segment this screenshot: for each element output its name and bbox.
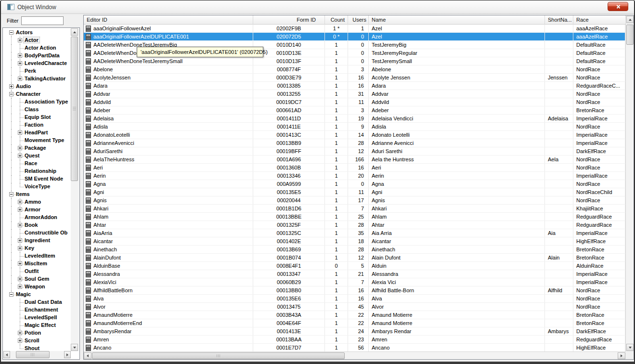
table-row[interactable]: AiaArria0001325C135Aia ArriaAiaImperialR… [84, 229, 625, 237]
filter-input[interactable] [21, 16, 64, 25]
table-row[interactable]: Abelone0008774F13AbeloneNordRace [84, 65, 625, 74]
tree-item-shout[interactable]: Shout [3, 345, 71, 351]
table-row[interactable]: Ahlam00013BBE125AhlamRedguardRace [84, 213, 625, 221]
table-row[interactable]: AlduinBase0008E4F105AlduinAlduinRace [84, 262, 625, 270]
collapse-icon[interactable] [9, 30, 13, 35]
scroll-thumb[interactable] [16, 351, 50, 358]
scroll-thumb[interactable] [71, 37, 78, 181]
table-row[interactable]: AmbarysRendar0001413E124Ambarys RendarAm… [84, 327, 625, 336]
column-header-count[interactable]: Count [325, 15, 348, 25]
scroll-down-button[interactable] [626, 344, 634, 351]
table-row[interactable]: Adara00013385116AdaraRedguardRaceC... [84, 82, 625, 90]
tree-item-bodypartdata[interactable]: BodyPartData [3, 52, 71, 60]
table-row[interactable]: Adelaisa0001411D119Adelaisa VendicciAdel… [84, 115, 625, 123]
expand-icon[interactable] [18, 285, 22, 289]
table-row[interactable]: AduriSarethi00019BFF112Aduri SarethiDark… [84, 147, 625, 156]
tree-item-quest[interactable]: Quest [3, 152, 71, 160]
tree-item-ammo[interactable]: Ammo [3, 198, 71, 206]
table-row[interactable]: AmaundMotierre0003B43A122Amaund Motierre… [84, 311, 625, 319]
tree-horizontal-scrollbar[interactable] [3, 351, 71, 359]
tree-item-actors[interactable]: Actors [3, 29, 71, 37]
tree-item-book[interactable]: Book [3, 221, 71, 229]
tree-item-potion[interactable]: Potion [3, 329, 71, 337]
tree-item-magic-effect[interactable]: Magic Effect [3, 322, 71, 329]
collapse-icon[interactable] [9, 92, 13, 96]
column-header-name[interactable]: Name [369, 15, 545, 25]
table-row[interactable]: Adisla0001411E19AdislaNordRace [84, 123, 625, 131]
expand-icon[interactable] [18, 246, 22, 250]
column-header-race[interactable]: Race [573, 15, 625, 25]
scroll-down-button[interactable] [71, 344, 78, 351]
tree-item-leveledspell[interactable]: LeveledSpell [3, 314, 71, 322]
table-row[interactable]: Agna000A959910AgnaNordRace [84, 180, 625, 188]
expand-icon[interactable] [9, 84, 13, 89]
expand-icon[interactable] [18, 38, 22, 42]
tree-item-association-type[interactable]: Association Type [3, 98, 71, 106]
scroll-up-button[interactable] [626, 16, 634, 23]
expand-icon[interactable] [18, 261, 22, 266]
table-row[interactable]: Aerin00013346120AerinImperialRace [84, 172, 625, 180]
collapse-icon[interactable] [9, 192, 13, 196]
table-row[interactable]: AlainDufont0001B074112Alain DufontAlainB… [84, 254, 625, 262]
table-row[interactable]: Agnis00020044117AgnisNordRace [84, 196, 625, 205]
table-row[interactable]: Adeber000661AD13AdeberBretonRace [84, 106, 625, 115]
tree-item-package[interactable]: Package [3, 144, 71, 152]
tree-item-miscitem[interactable]: MiscItem [3, 260, 71, 268]
table-horizontal-scrollbar[interactable] [84, 351, 634, 359]
expand-icon[interactable] [18, 331, 22, 335]
tree-item-ingredient[interactable]: Ingredient [3, 237, 71, 245]
scroll-up-button[interactable] [71, 28, 78, 36]
tree-item-constructible-ob[interactable]: Constructible Ob [3, 229, 71, 237]
tree-item-sm-event-node[interactable]: SM Event Node [3, 175, 71, 183]
table-row[interactable]: aaaOriginalFollowerAzel02002F9B1 *1Azela… [84, 25, 625, 33]
table-row[interactable]: Addvild00019DC7111AddvildNordRace [84, 98, 625, 106]
expand-icon[interactable] [18, 238, 22, 243]
tree-item-audio[interactable]: Audio [3, 83, 71, 91]
tree-item-soul-gem[interactable]: Soul Gem [3, 275, 71, 283]
table-row[interactable]: aaaOriginalFollowerAzelDUPLICATE00102007… [84, 33, 625, 41]
tree-item-race[interactable]: Race [3, 160, 71, 168]
tree-item-scroll[interactable]: Scroll [3, 337, 71, 345]
expand-icon[interactable] [18, 53, 22, 58]
tree-item-leveledcharacte[interactable]: LeveledCharacte [3, 60, 71, 67]
tree-item-magic[interactable]: Magic [3, 291, 71, 299]
tree-item-enchantment[interactable]: Enchantment [3, 306, 71, 314]
expand-icon[interactable] [18, 154, 22, 158]
scroll-left-button[interactable] [84, 352, 91, 359]
tree-item-dual-cast-data[interactable]: Dual Cast Data [3, 299, 71, 306]
titlebar[interactable]: Object Window [1, 0, 634, 14]
column-header-short-name[interactable]: ShortNa... [545, 15, 573, 25]
tree-vertical-scrollbar[interactable] [71, 28, 79, 351]
table-row[interactable]: AlfhildBattleBorn00013BB0116Alfhild Batt… [84, 286, 625, 295]
tree-item-key[interactable]: Key [3, 245, 71, 252]
tree-item-equip-slot[interactable]: Equip Slot [3, 114, 71, 121]
tree-item-headpart[interactable]: HeadPart [3, 129, 71, 137]
expand-icon[interactable] [18, 223, 22, 227]
tree-item-outfit[interactable]: Outfit [3, 268, 71, 275]
tree-item-talkingactivator[interactable]: TalkingActivator [3, 75, 71, 83]
table-row[interactable]: AcolyteJenssen000D3E79116Acolyte Jenssen… [84, 74, 625, 82]
tree-item-items[interactable]: Items [3, 191, 71, 198]
column-header-form-id[interactable]: Form ID [253, 15, 325, 25]
close-button[interactable] [608, 2, 628, 11]
table-row[interactable]: AmaundMotierreEnd0004E64F122Amaund Motie… [84, 319, 625, 327]
collapse-icon[interactable] [9, 292, 13, 297]
table-row[interactable]: AdonatoLeotelli0001413C114Adonato Leotel… [84, 131, 625, 139]
table-row[interactable]: Aeri0001360B116AeriNordRace [84, 164, 625, 172]
expand-icon[interactable] [18, 130, 22, 135]
tree-item-armoraddon[interactable]: ArmorAddon [3, 214, 71, 221]
column-header-users[interactable]: Users [348, 15, 369, 25]
table-row[interactable]: Ahkari0001B1D617AhkariKhajiitRace [84, 205, 625, 213]
tree-item-armor[interactable]: Armor [3, 206, 71, 214]
scroll-thumb[interactable] [626, 25, 634, 45]
scroll-thumb[interactable] [92, 352, 345, 359]
tree-item-weapon[interactable]: Weapon [3, 283, 71, 291]
table-row[interactable]: Alvor00013475145AlvorNordRace [84, 303, 625, 311]
table-row[interactable]: AelaTheHuntress0001A6961166Aela the Hunt… [84, 156, 625, 164]
table-row[interactable]: Amren00013BAA123AmrenRedguardRace [84, 336, 625, 344]
table-vertical-scrollbar[interactable] [625, 15, 634, 351]
scroll-right-button[interactable] [64, 351, 71, 358]
scroll-left-button[interactable] [3, 351, 10, 358]
table-row[interactable]: Ainethach00013B69128AinethachBretonRace [84, 246, 625, 254]
tree-item-class[interactable]: Class [3, 106, 71, 114]
